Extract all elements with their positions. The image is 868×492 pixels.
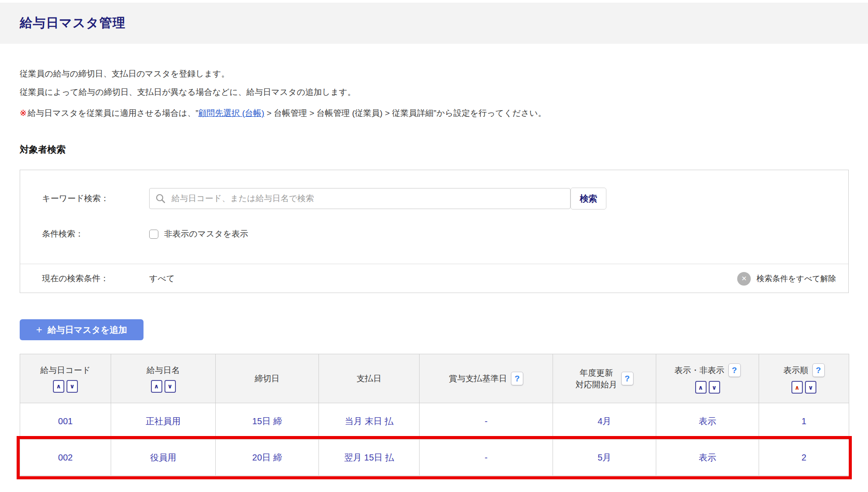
clear-icon: ✕ [737, 272, 751, 286]
current-conditions-label: 現在の検索条件： [42, 273, 149, 284]
current-conditions-row: 現在の検索条件： すべて ✕ 検索条件をすべて解除 [42, 264, 836, 293]
sort-desc-payday-name-button[interactable]: ∨ [164, 380, 176, 393]
keyword-search-label: キーワード検索： [42, 193, 149, 204]
col-header-bonus-base-day: 賞与支払基準日 ? [420, 354, 553, 403]
show-hidden-masters-checkbox[interactable] [149, 230, 158, 239]
note-suffix: > 台帳管理 > 台帳管理 (従業員) > 従業員詳細”から設定を行ってください… [264, 108, 546, 118]
table-row[interactable]: 001 正社員用 15日 締 当月 末日 払 - 4月 表示 1 [20, 403, 849, 440]
payday-master-table: 給与日コード ∧ ∨ 給与日名 ∧ ∨ [20, 354, 849, 476]
col-header-closing-day: 締切日 [216, 354, 319, 403]
note-marker: ※ [20, 108, 27, 118]
sort-desc-payday-code-button[interactable]: ∨ [66, 380, 78, 393]
help-annual-update-icon[interactable]: ? [621, 372, 634, 385]
note: ※給与日マスタを従業員に適用させる場合は、”顧問先選択 (台帳) > 台帳管理 … [20, 108, 849, 119]
description-line2: 従業員によって給与の締切日、支払日が異なる場合などに、給与日マスタの追加します。 [20, 87, 356, 97]
cell-payday-name: 正社員用 [111, 403, 216, 440]
sort-asc-payday-code-button[interactable]: ∧ [53, 380, 64, 393]
current-conditions-value: すべて [149, 273, 175, 284]
cell-payment-day: 当月 末日 払 [319, 403, 420, 440]
show-hidden-masters-label[interactable]: 非表示のマスタを表示 [164, 228, 248, 240]
table-row-highlighted[interactable]: 002 役員用 20日 締 翌月 15日 払 - 5月 表示 2 [20, 440, 849, 476]
cell-payday-code: 002 [20, 440, 111, 476]
help-bonus-base-day-icon[interactable]: ? [511, 372, 523, 385]
page-header: 給与日マスタ管理 [0, 3, 868, 44]
search-section-heading: 対象者検索 [20, 143, 849, 156]
cell-payday-name: 役員用 [111, 440, 216, 476]
sort-desc-display-order-button[interactable]: ∨ [805, 381, 816, 394]
note-prefix: 給与日マスタを従業員に適用させる場合は、” [28, 108, 198, 118]
keyword-search-input[interactable] [149, 188, 570, 209]
add-payday-master-label: 給与日マスタを追加 [48, 324, 127, 336]
page-title: 給与日マスタ管理 [20, 14, 126, 32]
search-button[interactable]: 検索 [570, 188, 606, 209]
cell-display-order: 2 [759, 440, 849, 476]
search-icon [155, 193, 166, 204]
cell-display-order: 1 [759, 403, 849, 440]
cell-bonus-base-day: - [420, 403, 553, 440]
condition-search-label: 条件検索： [42, 228, 149, 240]
cell-visibility: 表示 [656, 440, 759, 476]
sort-desc-visibility-button[interactable]: ∨ [709, 381, 720, 394]
cell-closing-day: 15日 締 [216, 403, 319, 440]
col-header-payment-day: 支払日 [319, 354, 420, 403]
condition-search-row: 条件検索： 非表示のマスタを表示 [42, 227, 826, 241]
payday-master-table-wrap: 給与日コード ∧ ∨ 給与日名 ∧ ∨ [20, 354, 849, 476]
clear-all-conditions-button[interactable]: ✕ 検索条件をすべて解除 [737, 272, 836, 286]
cell-annual-update-month: 5月 [553, 440, 656, 476]
sort-asc-display-order-button[interactable]: ∧ [791, 381, 803, 394]
advisor-select-link[interactable]: 顧問先選択 (台帳) [198, 108, 264, 118]
col-header-annual-update-start-month: 年度更新 対応開始月 ? [553, 354, 656, 403]
col-header-display-order: 表示順 ? ∧ ∨ [759, 354, 849, 403]
plus-icon: + [36, 324, 42, 336]
search-panel: キーワード検索： 検索 条件検索： 非表示のマスタを表示 現在の検索条件： すべ… [20, 170, 849, 293]
table-header-row: 給与日コード ∧ ∨ 給与日名 ∧ ∨ [20, 354, 849, 403]
keyword-input-wrap [149, 188, 570, 209]
cell-closing-day: 20日 締 [216, 440, 319, 476]
cell-payday-code: 001 [20, 403, 111, 440]
cell-bonus-base-day: - [420, 440, 553, 476]
cell-visibility: 表示 [656, 403, 759, 440]
help-display-order-icon[interactable]: ? [812, 363, 825, 377]
add-payday-master-button[interactable]: + 給与日マスタを追加 [20, 319, 144, 340]
clear-all-conditions-label: 検索条件をすべて解除 [756, 273, 836, 284]
cell-annual-update-month: 4月 [553, 403, 656, 440]
col-header-payday-name: 給与日名 ∧ ∨ [111, 354, 216, 403]
sort-asc-visibility-button[interactable]: ∧ [695, 381, 707, 394]
keyword-search-row: キーワード検索： 検索 [42, 188, 826, 209]
sort-asc-payday-name-button[interactable]: ∧ [151, 380, 162, 393]
cell-payment-day: 翌月 15日 払 [319, 440, 420, 476]
col-header-payday-code: 給与日コード ∧ ∨ [20, 354, 111, 403]
help-visibility-icon[interactable]: ? [728, 363, 741, 377]
page-description: 従業員の給与の締切日、支払日のマスタを登録します。 従業員によって給与の締切日、… [20, 65, 849, 101]
description-line1: 従業員の給与の締切日、支払日のマスタを登録します。 [20, 69, 229, 78]
col-header-visibility: 表示・非表示 ? ∧ ∨ [656, 354, 759, 403]
